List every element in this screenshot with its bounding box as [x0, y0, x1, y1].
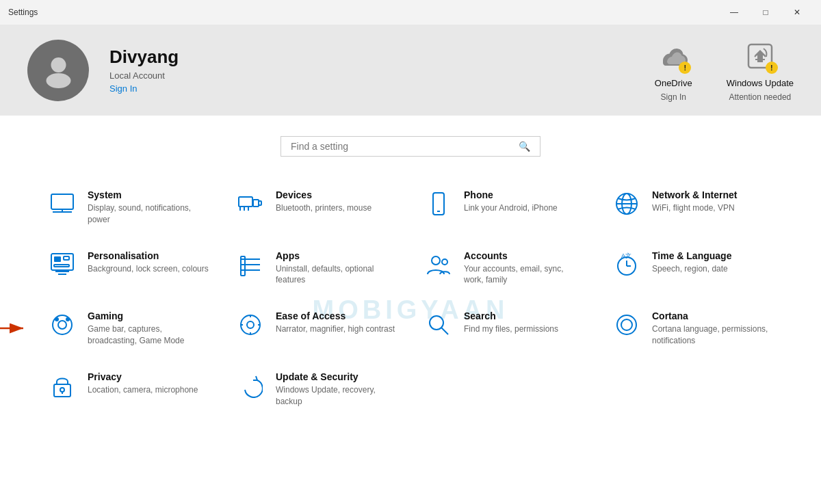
- svg-point-28: [432, 256, 440, 265]
- gaming-text: Gaming Game bar, captures, broadcasting,…: [88, 310, 209, 347]
- svg-text:A文: A文: [621, 252, 631, 259]
- ease-title: Ease of Access: [276, 310, 395, 321]
- settings-grid: System Display, sound, notifications, po…: [34, 177, 787, 419]
- phone-title: Phone: [464, 189, 558, 200]
- onedrive-status[interactable]: ! OneDrive Sign In: [655, 38, 692, 102]
- header-status-items: ! OneDrive Sign In ! Windows Update Atte…: [655, 38, 794, 102]
- svg-point-45: [247, 321, 254, 328]
- search-icon: 🔍: [519, 141, 530, 152]
- phone-desc: Link your Android, iPhone: [464, 202, 558, 214]
- profile-signin-link[interactable]: Sign In: [109, 83, 179, 94]
- onedrive-icon-wrap: !: [655, 38, 691, 74]
- network-title: Network & Internet: [652, 189, 737, 200]
- svg-point-1: [46, 73, 70, 88]
- apps-desc: Uninstall, defaults, optional features: [276, 263, 397, 287]
- windows-update-status[interactable]: ! Windows Update Attention needed: [727, 38, 794, 102]
- time-icon: A文: [612, 250, 641, 279]
- apps-title: Apps: [276, 250, 397, 261]
- windows-update-icon-wrap: !: [742, 38, 778, 74]
- setting-item-phone[interactable]: Phone Link your Android, iPhone: [410, 177, 599, 238]
- search-icon: [424, 310, 453, 339]
- system-icon: [48, 189, 77, 218]
- setting-item-network[interactable]: Network & Internet WiFi, flight mode, VP…: [599, 177, 787, 238]
- setting-item-update[interactable]: Update & Security Windows Update, recove…: [222, 359, 410, 420]
- cortana-title: Cortana: [652, 310, 773, 321]
- svg-line-47: [441, 328, 448, 334]
- svg-point-48: [617, 315, 636, 334]
- setting-item-personalisation[interactable]: Personalisation Background, lock screen,…: [34, 238, 222, 299]
- devices-icon: [236, 189, 265, 218]
- accounts-text: Accounts Your accounts, email, sync, wor…: [464, 250, 585, 287]
- svg-point-49: [621, 319, 632, 330]
- privacy-icon: [48, 371, 77, 400]
- onedrive-warning-badge: !: [679, 62, 691, 74]
- svg-rect-21: [54, 265, 69, 267]
- setting-item-ease[interactable]: Ease of Access Narrator, magnifier, high…: [222, 298, 410, 359]
- header: Divyang Local Account Sign In ! OneDrive…: [0, 25, 821, 116]
- svg-rect-3: [51, 194, 73, 209]
- network-icon: [612, 189, 641, 218]
- profile-name: Divyang: [109, 47, 179, 68]
- setting-item-system[interactable]: System Display, sound, notifications, po…: [34, 177, 222, 238]
- maximize-button[interactable]: □: [750, 0, 781, 25]
- search-desc: Find my files, permissions: [464, 323, 558, 335]
- main-content: MOBIGYAAN 🔍 System Display, sound, notif…: [0, 116, 821, 504]
- onedrive-label: OneDrive: [655, 78, 692, 88]
- update-icon: [236, 371, 265, 400]
- svg-rect-19: [54, 256, 61, 262]
- app-title: Settings: [8, 8, 38, 17]
- phone-text: Phone Link your Android, iPhone: [464, 189, 558, 214]
- svg-rect-20: [64, 256, 69, 260]
- windows-update-warning-badge: !: [766, 62, 778, 74]
- setting-item-apps[interactable]: Apps Uninstall, defaults, optional featu…: [222, 238, 410, 299]
- time-title: Time & Language: [652, 250, 731, 261]
- svg-point-38: [55, 317, 59, 321]
- accounts-desc: Your accounts, email, sync, work, family: [464, 263, 585, 287]
- privacy-desc: Location, camera, microphone: [88, 384, 198, 396]
- setting-item-gaming[interactable]: Gaming Game bar, captures, broadcasting,…: [34, 298, 222, 359]
- setting-item-time[interactable]: A文 Time & Language Speech, region, date: [599, 238, 787, 299]
- setting-item-devices[interactable]: Devices Bluetooth, printers, mouse: [222, 177, 410, 238]
- accounts-icon: [424, 250, 453, 279]
- svg-point-51: [60, 388, 64, 392]
- close-button[interactable]: ✕: [781, 0, 813, 25]
- setting-item-search[interactable]: Search Find my files, permissions: [410, 298, 599, 359]
- setting-item-cortana[interactable]: Cortana Cortana language, permissions, n…: [599, 298, 787, 359]
- ease-text: Ease of Access Narrator, magnifier, high…: [276, 310, 395, 335]
- cortana-desc: Cortana language, permissions, notificat…: [652, 323, 773, 347]
- update-title: Update & Security: [276, 371, 397, 382]
- gaming-desc: Game bar, captures, broadcasting, Game M…: [88, 323, 209, 347]
- setting-item-accounts[interactable]: Accounts Your accounts, email, sync, wor…: [410, 238, 599, 299]
- update-desc: Windows Update, recovery, backup: [276, 384, 397, 408]
- svg-rect-18: [51, 254, 73, 270]
- svg-point-39: [66, 317, 70, 321]
- window-controls: — □ ✕: [718, 0, 813, 25]
- avatar: [27, 40, 89, 101]
- privacy-text: Privacy Location, camera, microphone: [88, 371, 198, 396]
- profile-info: Divyang Local Account Sign In: [109, 47, 179, 94]
- personalisation-desc: Background, lock screen, colours: [88, 263, 209, 275]
- profile-account-type: Local Account: [109, 70, 179, 81]
- gaming-title: Gaming: [88, 310, 209, 321]
- windows-update-status-text: Attention needed: [729, 92, 791, 102]
- cortana-icon: [612, 310, 641, 339]
- search-text: Search Find my files, permissions: [464, 310, 558, 335]
- svg-point-37: [58, 321, 66, 329]
- setting-item-privacy[interactable]: Privacy Location, camera, microphone: [34, 359, 222, 420]
- system-title: System: [88, 189, 209, 200]
- search-title: Search: [464, 310, 558, 321]
- phone-icon: [424, 189, 453, 218]
- svg-point-29: [442, 259, 447, 265]
- search-input[interactable]: [291, 141, 513, 152]
- devices-desc: Bluetooth, printers, mouse: [276, 202, 372, 214]
- system-text: System Display, sound, notifications, po…: [88, 189, 209, 226]
- onedrive-status-text: Sign In: [661, 92, 686, 102]
- svg-rect-9: [259, 201, 261, 205]
- titlebar: Settings — □ ✕: [0, 0, 821, 25]
- minimize-button[interactable]: —: [718, 0, 750, 25]
- devices-title: Devices: [276, 189, 372, 200]
- svg-point-40: [241, 315, 260, 334]
- network-desc: WiFi, flight mode, VPN: [652, 202, 737, 214]
- personalisation-icon: [48, 250, 77, 279]
- privacy-title: Privacy: [88, 371, 198, 382]
